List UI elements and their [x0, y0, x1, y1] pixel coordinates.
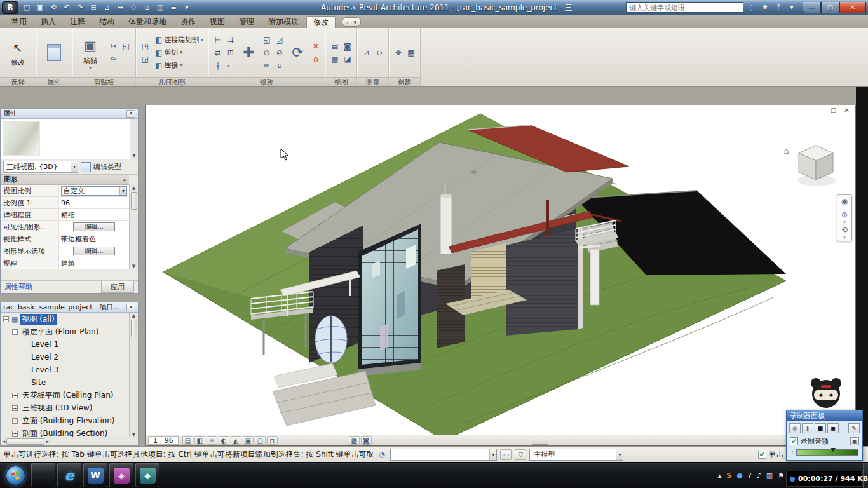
- properties-scrollbar[interactable]: ▲ ▼: [129, 185, 138, 269]
- scrollbar-thumb[interactable]: [131, 192, 137, 210]
- section-header-graphics[interactable]: 图形 ▴: [1, 175, 129, 185]
- wireframe-icon[interactable]: ▤: [329, 40, 341, 52]
- collapse-icon[interactable]: −: [12, 329, 18, 335]
- scroll-up-icon[interactable]: ▲: [132, 186, 135, 191]
- shadows-icon[interactable]: ◐: [219, 436, 229, 445]
- unlocked-view-icon[interactable]: ⊓: [267, 436, 278, 445]
- apply-coping-icon[interactable]: ◲: [139, 53, 151, 65]
- worksets-status-icon[interactable]: ◔: [377, 449, 387, 459]
- visual-style-icon[interactable]: ◧: [194, 436, 205, 445]
- tree-item[interactable]: −楼层平面 (Floor Plan): [1, 325, 129, 338]
- status-checkbox[interactable]: ✔: [758, 451, 766, 459]
- paint-icon[interactable]: ✏: [261, 59, 273, 71]
- browser-scrollbar[interactable]: ▲ ▼: [129, 313, 138, 438]
- scrollbar-thumb[interactable]: [6, 438, 44, 445]
- ribbon-tab-2[interactable]: 插入: [34, 16, 62, 28]
- scrollbar-thumb[interactable]: [131, 320, 137, 337]
- tree-item[interactable]: Level 2: [1, 351, 129, 363]
- edit-button[interactable]: 编辑...: [73, 222, 115, 231]
- print-icon[interactable]: ⊟: [88, 3, 99, 13]
- ribbon-tab-5[interactable]: 体量和场地: [122, 16, 173, 28]
- chevron-down-icon[interactable]: ▾: [616, 449, 623, 460]
- undo-icon[interactable]: ↶: [61, 3, 72, 13]
- chevron-down-icon[interactable]: ▾: [489, 449, 496, 460]
- show-rendering-dialog-icon[interactable]: ◭: [231, 436, 241, 445]
- tree-item[interactable]: Level 1: [1, 338, 129, 351]
- ribbon-tab-1[interactable]: 常用: [5, 16, 33, 28]
- geometry-option-button[interactable]: ◧连接▾: [154, 59, 205, 71]
- browser-hscrollbar[interactable]: ◄ ►: [1, 437, 138, 445]
- view-close-button[interactable]: ✕: [842, 107, 851, 114]
- offset-icon[interactable]: ⇉: [224, 34, 236, 46]
- slider-track[interactable]: [796, 449, 858, 456]
- array-icon[interactable]: ⊞: [224, 46, 236, 58]
- mark-icon[interactable]: ◼: [827, 423, 839, 433]
- design-option-combo[interactable]: 主模型▾: [529, 449, 623, 461]
- move-icon[interactable]: ✚: [239, 42, 258, 64]
- properties-help-link[interactable]: 属性帮助: [4, 282, 32, 292]
- record-audio-checkbox[interactable]: ✔: [790, 437, 798, 445]
- join-icon[interactable]: ∪: [273, 59, 285, 71]
- open-icon[interactable]: ◰: [21, 3, 32, 13]
- expand-icon[interactable]: +: [12, 405, 18, 411]
- collapse-icon[interactable]: −: [3, 316, 9, 322]
- edit-button[interactable]: 编辑...: [73, 247, 115, 255]
- scale-icon[interactable]: ◿: [273, 34, 285, 46]
- property-value[interactable]: 96: [59, 197, 129, 208]
- workset-combo[interactable]: ▾: [390, 449, 497, 461]
- create-group-icon[interactable]: ▦: [405, 46, 417, 58]
- sync-icon[interactable]: ⟲: [48, 3, 59, 13]
- modify-tool-button[interactable]: ↖ 修改: [3, 38, 32, 67]
- volume-icon[interactable]: ♪: [757, 471, 761, 480]
- aligned-dimension-icon[interactable]: ↔: [373, 46, 385, 58]
- properties-header[interactable]: 属性 ✕: [1, 109, 138, 119]
- 3d-scene[interactable]: [146, 105, 855, 436]
- property-value[interactable]: 带边框着色: [59, 233, 129, 245]
- help-icon[interactable]: ?: [773, 3, 783, 13]
- modify-panel-toggle[interactable]: ▭▾: [342, 17, 361, 27]
- measure-icon[interactable]: ⊿: [101, 3, 112, 13]
- tree-item[interactable]: −▦视图 (all): [1, 313, 129, 325]
- search-input[interactable]: [626, 2, 743, 13]
- sun-path-icon[interactable]: ☼: [207, 436, 217, 445]
- ribbon-tab-6[interactable]: 协作: [174, 16, 202, 28]
- type-selector[interactable]: 三维视图: {3D} ▾: [3, 161, 78, 173]
- action-center-icon[interactable]: ⚑: [778, 471, 784, 480]
- show-crop-region-icon[interactable]: ▢: [255, 436, 266, 445]
- scroll-up-icon[interactable]: ▲: [132, 313, 135, 318]
- tree-item[interactable]: +天花板平面 (Ceiling Plan): [1, 389, 129, 402]
- hide-category-icon[interactable]: ▩: [329, 53, 341, 65]
- unpin-icon[interactable]: ⊘: [273, 46, 285, 58]
- drawing-area[interactable]: — □ ✕ ⌂ ◉ ⊕ ▾: [146, 105, 855, 436]
- view-minimize-button[interactable]: —: [815, 107, 825, 114]
- detail-level-icon[interactable]: ▤: [182, 436, 193, 445]
- orbit-icon[interactable]: ⟲: [841, 226, 848, 234]
- crop-view-icon[interactable]: ▣: [243, 436, 254, 445]
- volume-slider[interactable]: ♪: [787, 448, 862, 460]
- application-menu-button[interactable]: R: [2, 1, 18, 14]
- tree-item[interactable]: +立面 (Building Elevation): [1, 414, 129, 427]
- expand-icon[interactable]: +: [12, 431, 18, 437]
- ribbon-tab-4[interactable]: 结构: [93, 16, 121, 28]
- redo-icon[interactable]: ↷: [74, 3, 86, 13]
- cut-opening-icon[interactable]: ◳: [139, 40, 151, 52]
- property-value[interactable]: 建筑: [59, 257, 129, 269]
- navbar-menu-caret-icon[interactable]: ▾: [843, 236, 846, 239]
- internet-explorer-button[interactable]: e: [57, 463, 81, 487]
- record-icon[interactable]: ●: [789, 423, 801, 433]
- project-browser-header[interactable]: rac_basic_sample_project - 项目... ✕: [1, 302, 138, 313]
- slider-thumb[interactable]: [831, 448, 836, 452]
- screen-recorder-button[interactable]: ◈: [109, 463, 133, 487]
- copy-icon[interactable]: ◱: [261, 34, 273, 46]
- delete-icon[interactable]: ✕: [309, 40, 322, 52]
- audio-source-icon[interactable]: ▣: [850, 437, 859, 445]
- cut-profile-icon[interactable]: ◪: [341, 53, 353, 65]
- scale-control[interactable]: 1 : 96: [148, 436, 179, 445]
- mirror-icon[interactable]: ⇄: [212, 46, 224, 58]
- paste-button[interactable]: ▣ 粘贴 ▾: [76, 36, 105, 69]
- zoom-icon[interactable]: ⊕: [841, 210, 848, 219]
- model-viewer-button[interactable]: ◆: [135, 463, 159, 487]
- ime-icon[interactable]: S: [726, 471, 731, 480]
- cut-icon[interactable]: ✂: [107, 40, 119, 52]
- expand-icon[interactable]: +: [12, 418, 18, 424]
